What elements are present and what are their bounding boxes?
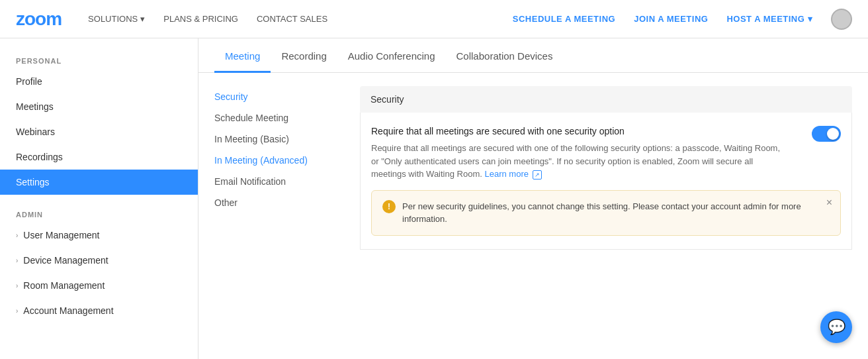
chevron-right-icon: › <box>16 282 18 289</box>
sidebar-item-profile[interactable]: Profile <box>0 69 198 94</box>
nav-contact-sales[interactable]: CONTACT SALES <box>257 14 327 24</box>
content-area: Security Schedule Meeting In Meeting (Ba… <box>198 73 868 263</box>
info-text: Per new security guidelines, you cannot … <box>402 200 830 226</box>
chevron-right-icon: › <box>16 257 18 264</box>
settings-panel: Security Require that all meetings are s… <box>360 86 852 250</box>
main-layout: PERSONAL Profile Meetings Webinars Recor… <box>0 38 868 359</box>
chat-bubble-button[interactable]: 💬 <box>820 311 852 343</box>
host-dropdown-icon: ▾ <box>808 14 813 24</box>
avatar-image <box>832 10 851 28</box>
nav-right: SCHEDULE A MEETING JOIN A MEETING HOST A… <box>513 9 852 30</box>
zoom-logo[interactable]: zoom <box>16 9 62 30</box>
dropdown-icon: ▾ <box>140 14 145 24</box>
setting-text: Require that all meetings are secured wi… <box>371 126 781 181</box>
schedule-meeting-link[interactable]: SCHEDULE A MEETING <box>513 14 615 24</box>
admin-section-label: ADMIN <box>0 205 198 223</box>
nav-plans-pricing[interactable]: PLANS & PRICING <box>163 14 238 24</box>
tab-collaboration-devices[interactable]: Collaboration Devices <box>446 38 564 73</box>
sidebar-item-user-management[interactable]: › User Management <box>0 223 198 248</box>
setting-desc: Require that all meetings are secured wi… <box>371 142 781 181</box>
warning-icon: ! <box>382 200 396 213</box>
nav-solutions[interactable]: SOLUTIONS ▾ <box>88 14 145 24</box>
main-content: Meeting Recording Audio Conferencing Col… <box>198 38 868 359</box>
top-nav: zoom SOLUTIONS ▾ PLANS & PRICING CONTACT… <box>0 0 868 38</box>
subnav-in-meeting-advanced[interactable]: In Meeting (Advanced) <box>214 150 347 171</box>
nav-links: SOLUTIONS ▾ PLANS & PRICING CONTACT SALE… <box>88 14 513 24</box>
chat-icon: 💬 <box>828 319 846 336</box>
setting-title: Require that all meetings are secured wi… <box>371 126 781 136</box>
subnav-in-meeting-basic[interactable]: In Meeting (Basic) <box>214 128 347 150</box>
tab-meeting[interactable]: Meeting <box>214 38 271 73</box>
learn-more-link[interactable]: Learn more ↗ <box>484 169 541 179</box>
info-box: ! Per new security guidelines, you canno… <box>371 190 841 236</box>
tab-audio-conferencing[interactable]: Audio Conferencing <box>337 38 446 73</box>
learn-more-icon: ↗ <box>533 170 542 180</box>
sidebar-item-room-management[interactable]: › Room Management <box>0 273 198 298</box>
section-header: Security <box>360 86 852 113</box>
subnav-security[interactable]: Security <box>214 86 347 107</box>
chevron-right-icon: › <box>16 232 18 239</box>
join-meeting-link[interactable]: JOIN A MEETING <box>634 14 708 24</box>
chevron-right-icon: › <box>16 307 18 315</box>
sidebar-item-recordings[interactable]: Recordings <box>0 144 198 170</box>
main-tabs: Meeting Recording Audio Conferencing Col… <box>198 38 868 73</box>
sidebar-item-meetings[interactable]: Meetings <box>0 94 198 119</box>
subnav-schedule-meeting[interactable]: Schedule Meeting <box>214 107 347 128</box>
subnav-other[interactable]: Other <box>214 192 347 213</box>
subnav-email-notification[interactable]: Email Notification <box>214 171 347 192</box>
user-avatar[interactable] <box>831 9 852 30</box>
sidebar-item-settings[interactable]: Settings <box>0 170 198 195</box>
setting-security-option: Require that all meetings are secured wi… <box>360 113 852 250</box>
sidebar: PERSONAL Profile Meetings Webinars Recor… <box>0 38 198 359</box>
setting-row: Require that all meetings are secured wi… <box>371 126 841 181</box>
security-toggle[interactable] <box>812 126 841 142</box>
personal-section-label: PERSONAL <box>0 52 198 69</box>
close-button[interactable]: × <box>826 197 832 208</box>
tab-recording[interactable]: Recording <box>271 38 337 73</box>
sidebar-item-device-management[interactable]: › Device Management <box>0 248 198 273</box>
sidebar-item-webinars[interactable]: Webinars <box>0 119 198 144</box>
sidebar-item-account-management[interactable]: › Account Management <box>0 298 198 323</box>
toggle-thumb <box>827 128 839 140</box>
host-meeting-link[interactable]: HOST A MEETING ▾ <box>726 14 812 24</box>
sub-nav: Security Schedule Meeting In Meeting (Ba… <box>214 86 360 250</box>
